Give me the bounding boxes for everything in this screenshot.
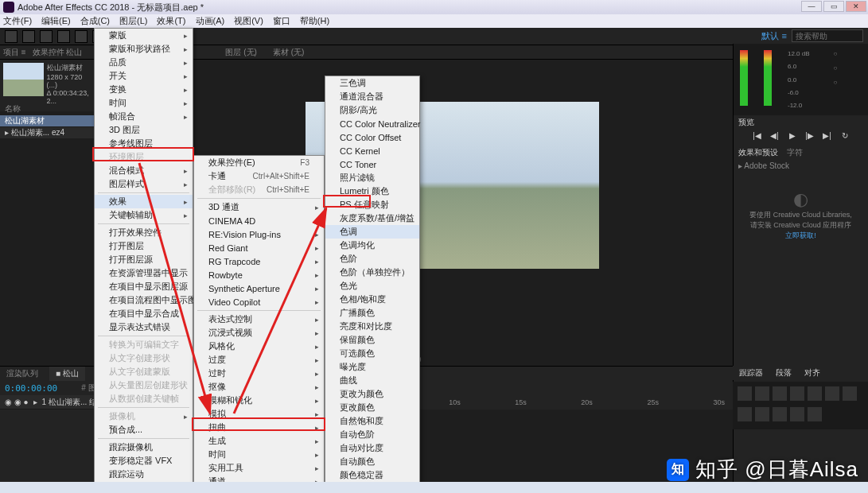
menu-item[interactable]: 在项目中显示图层源 bbox=[95, 280, 193, 293]
project-thumbnail[interactable] bbox=[3, 63, 44, 96]
menu-item[interactable]: 模拟 bbox=[194, 407, 324, 421]
menu-item[interactable]: CC Color Offset bbox=[325, 130, 419, 144]
menu-effect[interactable]: 效果(T) bbox=[157, 15, 185, 27]
menu-layer[interactable]: 图层(L) bbox=[119, 15, 147, 27]
menu-item[interactable]: 3D 图层 bbox=[95, 123, 193, 137]
play-icon[interactable]: ▶ bbox=[786, 131, 799, 142]
menu-item[interactable]: 色调均化 bbox=[325, 239, 419, 252]
menu-item[interactable]: 时间 bbox=[95, 96, 193, 110]
close-button[interactable]: ✕ bbox=[846, 1, 866, 12]
menu-item[interactable]: 更改颜色 bbox=[325, 401, 419, 414]
menu-item[interactable]: 表达式控制 bbox=[194, 312, 324, 326]
cc-download-link[interactable]: 立即获取! bbox=[734, 231, 868, 241]
menu-item[interactable]: 效果控件(E)F3 bbox=[194, 156, 324, 169]
menu-item[interactable]: 打开图层源 bbox=[95, 253, 193, 266]
menu-item[interactable]: 过度 bbox=[194, 353, 324, 367]
effect-controls-tab[interactable]: 效果控件 松山 bbox=[33, 47, 83, 58]
menu-item[interactable]: 自动颜色 bbox=[325, 455, 419, 468]
menu-item[interactable]: 过时 bbox=[194, 367, 324, 380]
home-icon[interactable] bbox=[5, 30, 18, 43]
menu-item[interactable]: 开关 bbox=[95, 69, 193, 83]
menu-item[interactable]: 更改为颜色 bbox=[325, 387, 419, 401]
menu-item[interactable]: 亮度和对比度 bbox=[325, 320, 419, 333]
menu-item[interactable]: 显示表达式错误 bbox=[95, 320, 193, 334]
menu-item[interactable]: 色调 bbox=[325, 225, 419, 239]
align-icon[interactable] bbox=[755, 407, 769, 421]
current-time[interactable]: 0:00:00:00 bbox=[5, 383, 57, 394]
tab-align[interactable]: 对齐 bbox=[798, 366, 827, 380]
effects-presets-header[interactable]: 效果和预设 字符 bbox=[734, 146, 868, 158]
menu-item[interactable]: 自动色阶 bbox=[325, 428, 419, 441]
menu-edit[interactable]: 编辑(E) bbox=[41, 15, 71, 27]
menu-item[interactable]: 在项目中显示合成 bbox=[95, 307, 193, 320]
menu-item[interactable]: 蒙版 bbox=[95, 29, 193, 42]
menu-item[interactable]: Lumetri 颜色 bbox=[325, 184, 419, 198]
menu-item[interactable]: 打开效果控件 bbox=[95, 226, 193, 239]
menu-item[interactable]: 在项目流程图中显示图层 bbox=[95, 293, 193, 307]
menu-item[interactable]: 在资源管理器中显示 bbox=[95, 266, 193, 280]
menu-item[interactable]: 打开图层 bbox=[95, 239, 193, 253]
menu-item[interactable]: 色光 bbox=[325, 279, 419, 293]
loop-icon[interactable]: ↻ bbox=[839, 131, 851, 142]
align-icon[interactable] bbox=[773, 386, 787, 401]
menu-item[interactable]: 帧混合 bbox=[95, 110, 193, 123]
menu-item[interactable]: 模糊和锐化 bbox=[194, 394, 324, 407]
align-icon[interactable] bbox=[773, 407, 787, 421]
rotate-tool-icon[interactable] bbox=[75, 30, 88, 43]
last-frame-icon[interactable]: ▶| bbox=[821, 131, 834, 142]
menu-item[interactable]: 3D 通道 bbox=[194, 200, 324, 214]
menu-item[interactable]: 灰度系数/基值/增益 bbox=[325, 212, 419, 225]
menu-item[interactable]: 曝光度 bbox=[325, 360, 419, 374]
menu-item[interactable]: 沉浸式视频 bbox=[194, 326, 324, 340]
first-frame-icon[interactable]: |◀ bbox=[751, 131, 764, 142]
menu-item[interactable]: 卡通Ctrl+Alt+Shift+E bbox=[194, 169, 324, 183]
menu-item[interactable]: 照片滤镜 bbox=[325, 171, 419, 184]
project-comp-item[interactable]: ▸ 松山湖素... ez4 bbox=[0, 127, 94, 138]
menu-item[interactable]: 扭曲 bbox=[194, 421, 324, 434]
menu-item[interactable]: 变换 bbox=[95, 83, 193, 96]
menu-item[interactable]: 广播颜色 bbox=[325, 306, 419, 320]
menu-view[interactable]: 视图(V) bbox=[234, 15, 263, 27]
minimize-button[interactable]: — bbox=[801, 1, 822, 12]
menu-item[interactable]: 通道混合器 bbox=[325, 90, 419, 103]
select-tool-icon[interactable] bbox=[22, 30, 35, 43]
menu-item[interactable]: 蒙版和形状路径 bbox=[95, 42, 193, 56]
menu-item[interactable]: 色相/饱和度 bbox=[325, 293, 419, 306]
tab-paragraph[interactable]: 段落 bbox=[769, 366, 798, 380]
tab-tracker[interactable]: 跟踪器 bbox=[733, 366, 769, 380]
next-frame-icon[interactable]: |▶ bbox=[804, 131, 816, 142]
menu-item[interactable]: 色阶（单独控件） bbox=[325, 266, 419, 279]
menu-item[interactable]: Video Copilot bbox=[194, 295, 324, 309]
menu-item[interactable]: 关键帧辅助 bbox=[95, 208, 193, 222]
menu-item[interactable]: 时间 bbox=[194, 448, 324, 461]
menu-anim[interactable]: 动画(A) bbox=[196, 15, 225, 27]
menu-item[interactable]: CC Kernel bbox=[325, 144, 419, 157]
project-tab[interactable]: 项目 ≡ bbox=[3, 47, 26, 58]
prev-frame-icon[interactable]: ◀| bbox=[769, 131, 781, 142]
menu-item[interactable]: 品质 bbox=[95, 56, 193, 69]
search-help-input[interactable] bbox=[792, 29, 863, 42]
timeline-tab[interactable]: ■ 松山 bbox=[49, 367, 85, 381]
project-item[interactable]: 松山湖素材 bbox=[0, 115, 94, 126]
footage2-tab[interactable]: 素材 (无) bbox=[273, 47, 304, 58]
align-icon[interactable] bbox=[755, 386, 769, 401]
align-icon[interactable] bbox=[738, 407, 752, 421]
workspace-default[interactable]: 默认 ≡ bbox=[761, 30, 786, 42]
menu-item[interactable]: Red Giant bbox=[194, 241, 324, 254]
align-icon[interactable] bbox=[825, 386, 839, 401]
menu-item[interactable]: 跟踪运动 bbox=[95, 468, 193, 481]
menu-item[interactable]: 自然饱和度 bbox=[325, 414, 419, 428]
align-icon[interactable] bbox=[790, 386, 804, 401]
menu-comp[interactable]: 合成(C) bbox=[80, 15, 110, 27]
align-icon[interactable] bbox=[808, 386, 822, 401]
menu-help[interactable]: 帮助(H) bbox=[300, 15, 329, 27]
menu-window[interactable]: 窗口 bbox=[273, 15, 290, 27]
menu-item[interactable]: 风格化 bbox=[194, 340, 324, 353]
footage-tab[interactable]: 图层 (无) bbox=[225, 47, 256, 58]
align-icon[interactable] bbox=[843, 386, 857, 401]
menu-item[interactable]: 效果 bbox=[95, 195, 193, 208]
maximize-button[interactable]: ▭ bbox=[823, 1, 844, 12]
menu-item[interactable]: CINEMA 4D bbox=[194, 214, 324, 227]
menu-file[interactable]: 文件(F) bbox=[3, 15, 32, 27]
menu-item[interactable]: 预合成... bbox=[95, 423, 193, 437]
